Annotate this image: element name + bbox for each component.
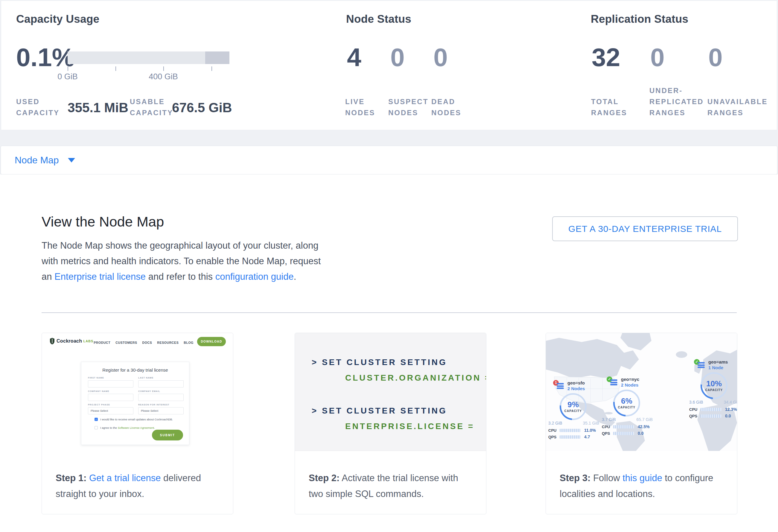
capacity-gauge: 9% CAPACITY xyxy=(560,393,587,420)
step3-map-preview: 1 geo=sfo 2 Nodes 9% CAPACITY xyxy=(546,333,737,451)
step2-card: > SET CLUSTER SETTING CLUSTER.ORGANIZATI… xyxy=(295,333,486,514)
qps-sparkline xyxy=(701,414,721,418)
step1-site-preview: Cockroach LABS PRODUCT CUSTOMERS DOCS RE… xyxy=(42,333,233,451)
step3-caption: Step 3: Follow this guide to configure l… xyxy=(546,451,737,514)
unchecked-checkbox-icon xyxy=(94,426,98,429)
capacity-gauge: 10% CAPACITY xyxy=(701,372,727,399)
capacity-axis-label-400: 400 GiB xyxy=(139,72,187,81)
qps-metric-row: QPS 0.0 xyxy=(602,431,658,436)
cpu-sparkline xyxy=(701,408,721,411)
suspect-nodes-value: 0 xyxy=(390,44,405,70)
this-guide-link[interactable]: this guide xyxy=(622,473,662,483)
capacity-axis-tick xyxy=(163,66,164,71)
node-status-title: Node Status xyxy=(346,13,411,25)
suspect-nodes-label: SUSPECT NODES xyxy=(388,96,428,118)
mini-checkbox-license-agreement: I agree to the Software License Agreemen… xyxy=(94,426,155,429)
mini-nav-customers: CUSTOMERS xyxy=(115,341,137,345)
step1-caption: Step 1: Get a trial license delivered st… xyxy=(42,451,233,514)
database-stack-icon xyxy=(698,362,705,369)
replication-status-title: Replication Status xyxy=(591,13,688,25)
locality-nyc: ✓ geo=nyc 2 Nodes 6% CAPACITY xyxy=(607,375,678,438)
sql-argument-2: ENTERPRISE.LICENSE = xyxy=(345,422,474,431)
locality-ams: ✓ geo=ams 1 Node 10% CAPACITY xyxy=(694,358,737,421)
capacity-used-percent: 0.1% xyxy=(16,44,75,70)
locality-node-count: 2 Nodes xyxy=(621,382,639,388)
mini-nav-product: PRODUCT xyxy=(94,341,110,345)
mini-download-button: DOWNLOAD xyxy=(197,337,226,346)
software-license-agreement-link: Software License Agreement. xyxy=(118,426,155,429)
mini-nav-resources: RESOURCES xyxy=(157,341,178,345)
capacity-usage-title: Capacity Usage xyxy=(16,13,99,25)
mini-field-last-name: LAST NAME xyxy=(138,376,184,387)
node-map-enablement-section: View the Node Map The Node Map shows the… xyxy=(0,174,778,532)
checked-checkbox-icon xyxy=(94,418,98,421)
usable-capacity-value: 676.5 GiB xyxy=(172,100,232,115)
qps-sparkline xyxy=(613,432,634,435)
under-replicated-ranges-label: UNDER- REPLICATED RANGES xyxy=(649,85,704,118)
locality-node-count: 1 Node xyxy=(708,365,728,370)
node-map-description: The Node Map shows the geographical layo… xyxy=(42,238,330,285)
mini-trial-license-form: Register for a 30-day trial license FIRS… xyxy=(81,362,189,445)
mini-nav-blog: BLOG xyxy=(184,341,193,345)
step3-card: 1 geo=sfo 2 Nodes 9% CAPACITY xyxy=(546,333,737,514)
view-selector-label: Node Map xyxy=(15,155,59,166)
locality-name: geo=nyc xyxy=(621,376,639,382)
page-title: View the Node Map xyxy=(42,213,164,230)
used-capacity-label: USED CAPACITY xyxy=(16,96,60,118)
mini-nav-docs: DOCS xyxy=(142,341,152,345)
mini-field-first-name: FIRST NAME xyxy=(88,376,134,387)
get-trial-license-link[interactable]: Get a trial license xyxy=(89,473,161,483)
sql-argument-1: CLUSTER.ORGANIZATION = xyxy=(345,373,486,383)
capacity-bar-reserved-segment xyxy=(205,52,229,64)
chevron-down-icon xyxy=(68,158,75,162)
cpu-sparkline xyxy=(560,429,580,432)
mini-form-fields: FIRST NAME LAST NAME COMPANY NAME C xyxy=(88,376,184,414)
cpu-metric-row: CPU 12.3% xyxy=(689,407,737,412)
used-capacity-value: 355.1 MiB xyxy=(68,100,128,115)
mini-field-company-name: COMPANY NAME xyxy=(88,390,134,401)
mini-form-title: Register for a 30-day trial license xyxy=(81,367,189,373)
dead-nodes-label: DEAD NODES xyxy=(431,96,461,118)
capacity-gauge: 6% CAPACITY xyxy=(613,390,640,416)
capacity-axis-tick xyxy=(212,66,212,71)
database-stack-icon xyxy=(610,379,618,387)
section-divider xyxy=(42,312,737,313)
capacity-axis-label-0: 0 GiB xyxy=(44,72,91,81)
qps-metric-row: QPS 0.0 xyxy=(689,413,737,418)
cpu-metric-row: CPU 42.5% xyxy=(602,424,658,429)
unavailable-ranges-value: 0 xyxy=(708,44,723,70)
locality-node-count: 2 Nodes xyxy=(567,386,585,391)
locality-name: geo=ams xyxy=(708,359,728,365)
sql-command-2: > SET CLUSTER SETTING xyxy=(312,406,447,415)
enterprise-trial-license-link[interactable]: Enterprise trial license xyxy=(55,272,146,282)
cockroach-labs-logo: Cockroach LABS xyxy=(50,338,93,345)
locality-name: geo=sfo xyxy=(567,380,585,386)
under-replicated-ranges-value: 0 xyxy=(650,44,665,70)
configuration-guide-link[interactable]: configuration guide xyxy=(215,272,294,282)
cpu-metric-row: CPU 11.0% xyxy=(548,428,605,433)
dead-nodes-value: 0 xyxy=(434,44,448,70)
mini-site-header: Cockroach LABS PRODUCT CUSTOMERS DOCS RE… xyxy=(42,333,233,352)
step1-card: Cockroach LABS PRODUCT CUSTOMERS DOCS RE… xyxy=(42,333,233,514)
cluster-summary-bar: Capacity Usage 0.1% 0 GiB 400 GiB USED C… xyxy=(1,1,777,130)
cluster-overview-page: Capacity Usage 0.1% 0 GiB 400 GiB USED C… xyxy=(0,0,778,532)
database-stack-icon xyxy=(557,383,564,390)
usable-capacity-label: USABLE CAPACITY xyxy=(130,96,173,118)
mini-field-reason: REASON FOR INTEREST Please Select xyxy=(138,403,184,414)
mini-submit-button: SUBMIT xyxy=(152,430,183,441)
qps-metric-row: QPS 4.7 xyxy=(548,435,605,439)
capacity-axis-tick xyxy=(68,66,68,71)
sql-command-1: > SET CLUSTER SETTING xyxy=(312,358,447,367)
mini-field-project-phase: PROJECT PHASE Please Select xyxy=(88,403,134,414)
mini-site-nav: PRODUCT CUSTOMERS DOCS RESOURCES BLOG xyxy=(94,341,193,345)
enterprise-trial-button[interactable]: GET A 30-DAY ENTERPRISE TRIAL xyxy=(552,216,738,241)
view-selector-dropdown[interactable]: Node Map xyxy=(1,146,777,174)
mini-checkbox-email-updates: I would like to receive email updates ab… xyxy=(94,418,173,421)
cockroach-logo-icon xyxy=(50,338,55,345)
qps-sparkline xyxy=(560,435,580,439)
capacity-axis-tick xyxy=(115,66,116,71)
total-ranges-label: TOTAL RANGES xyxy=(591,96,627,118)
live-nodes-label: LIVE NODES xyxy=(345,96,375,118)
unavailable-ranges-label: UNAVAILABLE RANGES xyxy=(707,96,768,118)
cpu-sparkline xyxy=(613,425,634,429)
